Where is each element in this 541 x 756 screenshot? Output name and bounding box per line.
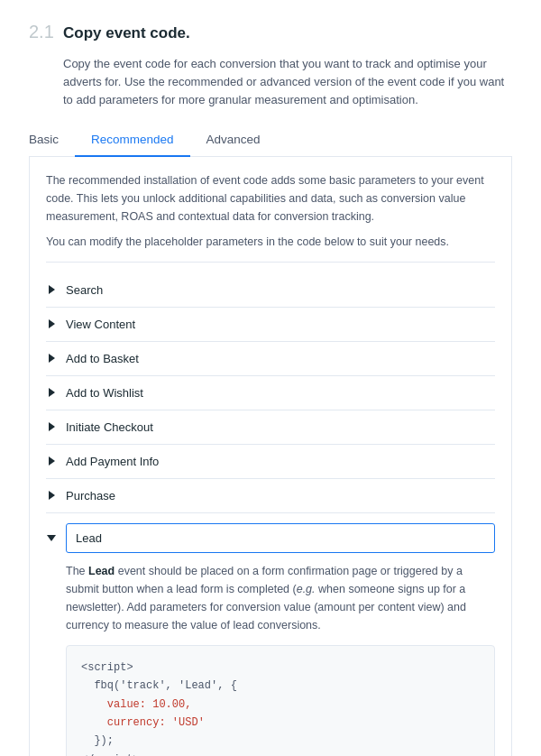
accordion-label-add-to-basket: Add to Basket [66,352,139,365]
accordion-item-search: Search [46,273,495,308]
accordion-list: Search View Content Add to Basket [46,273,495,756]
tab-desc-2: You can modify the placeholder parameter… [46,233,495,251]
accordion-item-view-content: View Content [46,308,495,342]
tab-content-panel: The recommended installation of event co… [29,157,512,756]
accordion-label-view-content: View Content [66,318,135,331]
accordion-header-add-to-basket[interactable]: Add to Basket [46,342,495,375]
chevron-right-icon-purchase [46,490,57,501]
accordion-item-add-to-wishlist: Add to Wishlist [46,376,495,410]
accordion-item-initiate-checkout: Initiate Checkout [46,410,495,445]
lead-description: The Lead event should be placed on a for… [66,562,495,634]
accordion-header-add-payment-info[interactable]: Add Payment Info [46,445,495,478]
accordion-header-lead[interactable]: Lead [46,513,495,553]
accordion-header-purchase[interactable]: Purchase [46,479,495,512]
chevron-right-icon-view-content [46,318,57,329]
step-description: Copy the event code for each conversion … [29,55,512,109]
code-line-5: }); [81,732,480,750]
accordion-header-view-content[interactable]: View Content [46,308,495,341]
code-line-3: value: 10.00, [81,696,480,714]
accordion-header-initiate-checkout[interactable]: Initiate Checkout [46,410,495,444]
accordion-header-add-to-wishlist[interactable]: Add to Wishlist [46,376,495,410]
chevron-down-icon-lead [46,532,57,543]
page-container: 2.1 Copy event code. Copy the event code… [0,0,541,756]
accordion-header-search[interactable]: Search [46,273,495,307]
accordion-item-add-payment-info: Add Payment Info [46,445,495,479]
code-line-1: <script> [81,661,133,674]
lead-bold: Lead [88,565,115,577]
tab-recommended[interactable]: Recommended [75,125,190,157]
code-block-lead: <script> fbq('track', 'Lead', { value: 1… [66,645,495,756]
step-header: 2.1 Copy event code. [29,22,512,42]
accordion-label-initiate-checkout: Initiate Checkout [66,420,153,434]
accordion-item-purchase: Purchase [46,479,495,513]
step-title: Copy event code. [63,24,190,42]
accordion-content-lead: The Lead event should be placed on a for… [46,553,495,756]
tab-desc-1: The recommended installation of event co… [46,171,495,226]
tabs-container: Basic Recommended Advanced [29,125,512,157]
tab-description: The recommended installation of event co… [46,171,495,251]
accordion-label-add-payment-info: Add Payment Info [66,455,159,468]
chevron-right-icon-search [46,284,57,295]
divider [46,262,495,263]
chevron-right-icon-add-to-basket [46,353,57,364]
chevron-right-icon-add-payment-info [46,456,57,466]
lead-header-box: Lead [66,523,495,553]
tab-basic[interactable]: Basic [29,125,75,157]
code-line-2: fbq('track', 'Lead', { [81,679,237,692]
accordion-label-search: Search [66,283,103,297]
accordion-label-lead: Lead [76,531,102,545]
chevron-right-icon-initiate-checkout [46,421,57,432]
tab-advanced[interactable]: Advanced [190,125,277,157]
accordion-item-add-to-basket: Add to Basket [46,342,495,376]
accordion-label-add-to-wishlist: Add to Wishlist [66,386,143,400]
accordion-item-lead: Lead The Lead event should be placed on … [46,513,495,756]
step-number: 2.1 [29,22,54,42]
accordion-label-purchase: Purchase [66,489,115,502]
chevron-right-icon-add-to-wishlist [46,387,57,398]
code-line-4: currency: 'USD' [81,714,480,732]
lead-eg: e.g. [297,583,316,595]
